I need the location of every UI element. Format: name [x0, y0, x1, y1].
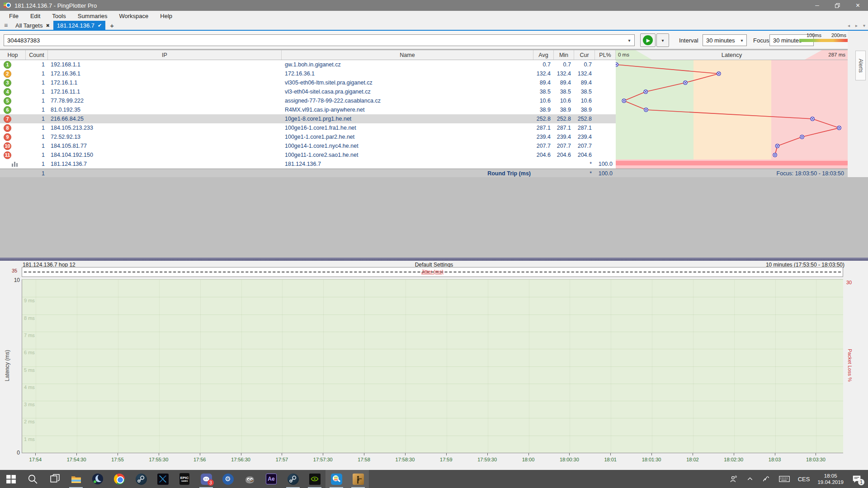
- gimp-button[interactable]: [239, 470, 260, 488]
- tray-overflow-button[interactable]: [742, 470, 758, 488]
- gear-app-button[interactable]: ⚙: [217, 470, 239, 488]
- hop-badge: 5: [4, 97, 11, 105]
- task-view-button[interactable]: [43, 470, 65, 488]
- steam-button[interactable]: [130, 470, 152, 488]
- menu-summaries[interactable]: Summaries: [73, 12, 112, 20]
- epic-games-button[interactable]: EPICGAMES: [174, 470, 195, 488]
- pingplotter-taskbar-button[interactable]: [326, 470, 347, 488]
- col-header-hop[interactable]: Hop: [0, 50, 26, 60]
- taskbar-search-button[interactable]: [22, 470, 43, 488]
- graph-scale-max: 287 ms: [828, 52, 845, 57]
- col-header-pl[interactable]: PL%: [595, 50, 616, 60]
- col-header-avg[interactable]: Avg: [533, 50, 554, 60]
- latency-gridline-label: 6 ms: [24, 350, 35, 355]
- time-tick-label: 17:59: [440, 457, 453, 462]
- keyboard-icon: [779, 474, 790, 483]
- steam-running-icon: [288, 474, 299, 485]
- touch-keyboard-button[interactable]: [775, 470, 794, 488]
- tab-check-icon: ✔: [98, 23, 102, 28]
- after-effects-button[interactable]: Ae: [260, 470, 282, 488]
- latency-gridline-label: 7 ms: [24, 333, 35, 338]
- latency-axis-min: 0: [9, 450, 20, 456]
- time-gridline: [77, 280, 77, 453]
- notification-center-button[interactable]: 1: [847, 470, 868, 488]
- tab-list-dropdown-icon[interactable]: ▾: [863, 23, 865, 28]
- panel-splitter[interactable]: [0, 258, 868, 261]
- time-tick-label: 17:58:30: [396, 457, 415, 462]
- latency-gridline-label: 5 ms: [24, 367, 35, 373]
- tab-scroll-left-icon[interactable]: ◂: [848, 23, 850, 28]
- trace-table: Hop Count IP Name Avg Min Cur PL% 0 ms L…: [0, 50, 848, 178]
- col-header-count[interactable]: Count: [26, 50, 48, 60]
- menu-file[interactable]: File: [5, 12, 23, 20]
- crescent-app-button[interactable]: [87, 470, 108, 488]
- packet-loss-axis-max: 30: [846, 280, 852, 285]
- file-explorer-button[interactable]: [65, 470, 87, 488]
- restore-button[interactable]: [827, 0, 848, 11]
- table-row[interactable]: 1 181.124.136.7 181.124.136.7 * 100.0: [0, 160, 848, 169]
- dark-game-button[interactable]: [152, 470, 174, 488]
- jitter-label: Jitter (ms): [22, 269, 843, 274]
- round-trip-row[interactable]: 1 Round Trip (ms) * 100.0 Focus: 18:03:5…: [0, 169, 848, 178]
- timeline-plot-area[interactable]: 9 ms8 ms7 ms6 ms5 ms4 ms3 ms2 ms1 ms: [22, 279, 843, 453]
- start-button[interactable]: [0, 470, 22, 488]
- chrome-button[interactable]: [108, 470, 130, 488]
- nvidia-button[interactable]: [304, 470, 326, 488]
- people-button[interactable]: [725, 470, 742, 488]
- latency-gridline-label: 1 ms: [24, 436, 35, 442]
- time-tick: [200, 453, 200, 455]
- windows-ink-button[interactable]: [758, 470, 775, 488]
- time-tick: [446, 453, 447, 455]
- time-tick-label: 18:03: [769, 457, 781, 462]
- start-options-dropdown[interactable]: ▾: [656, 33, 669, 47]
- tab-all-targets[interactable]: All Targets ✖: [12, 21, 53, 30]
- col-header-min[interactable]: Min: [554, 50, 574, 60]
- close-button[interactable]: ✕: [848, 0, 868, 11]
- chrome-icon: [114, 474, 125, 484]
- tab-scroll-right-icon[interactable]: ▸: [855, 23, 858, 28]
- tab-close-icon[interactable]: ✖: [46, 23, 49, 28]
- hop-badge: 6: [4, 106, 11, 114]
- toolbar: 3044837383 ▾ ▶ ▾ Interval 30 minutes ▾ F…: [0, 31, 868, 49]
- gear-app-icon: ⚙: [222, 474, 234, 485]
- time-tick-label: 18:00: [522, 457, 535, 462]
- target-dropdown-icon[interactable]: ▾: [624, 38, 634, 43]
- latency-polyline: [616, 65, 839, 155]
- col-header-ip[interactable]: IP: [48, 50, 282, 60]
- target-input[interactable]: 3044837383 ▾: [4, 34, 635, 46]
- new-tab-button[interactable]: +: [105, 22, 118, 29]
- col-header-cur[interactable]: Cur: [574, 50, 595, 60]
- menu-help[interactable]: Help: [156, 12, 177, 20]
- minimize-button[interactable]: ─: [807, 0, 827, 11]
- time-gridline: [693, 280, 693, 453]
- empty-workspace-area: [0, 177, 868, 258]
- alerts-side-tab[interactable]: Alerts: [855, 51, 866, 80]
- counter-strike-button[interactable]: [347, 470, 369, 488]
- hamburger-icon[interactable]: ≡: [0, 22, 12, 29]
- interval-select[interactable]: 30 minutes ▾: [703, 34, 747, 46]
- time-gridline: [241, 280, 242, 453]
- time-gridline: [734, 280, 735, 453]
- system-tray: CES 18:05 19.04.2019 1: [725, 470, 868, 488]
- latency-gridline: [22, 332, 843, 332]
- legend-100ms-label: 100ms: [807, 33, 821, 38]
- time-tick-label: 17:58: [358, 457, 370, 462]
- language-indicator[interactable]: CES: [794, 470, 814, 488]
- steam-running-button[interactable]: [282, 470, 304, 488]
- hop-badge: 9: [4, 133, 11, 141]
- time-tick: [734, 453, 734, 455]
- hop-badge: 7: [4, 115, 11, 123]
- clock[interactable]: 18:05 19.04.2019: [814, 470, 847, 488]
- tab-target-active[interactable]: 181.124.136.7 ✔: [53, 21, 105, 30]
- latency-trace-plot: [616, 60, 848, 160]
- menu-tools[interactable]: Tools: [47, 12, 70, 20]
- interval-dropdown-icon: ▾: [737, 38, 746, 43]
- pen-icon: [762, 474, 771, 483]
- time-tick-label: 18:02: [686, 457, 699, 462]
- col-header-name[interactable]: Name: [282, 50, 533, 60]
- discord-button[interactable]: 3: [195, 470, 217, 488]
- time-tick-label: 18:03:30: [806, 457, 826, 462]
- start-trace-button[interactable]: ▶: [640, 33, 656, 47]
- menu-edit[interactable]: Edit: [26, 12, 45, 20]
- menu-workspace[interactable]: Workspace: [114, 12, 153, 20]
